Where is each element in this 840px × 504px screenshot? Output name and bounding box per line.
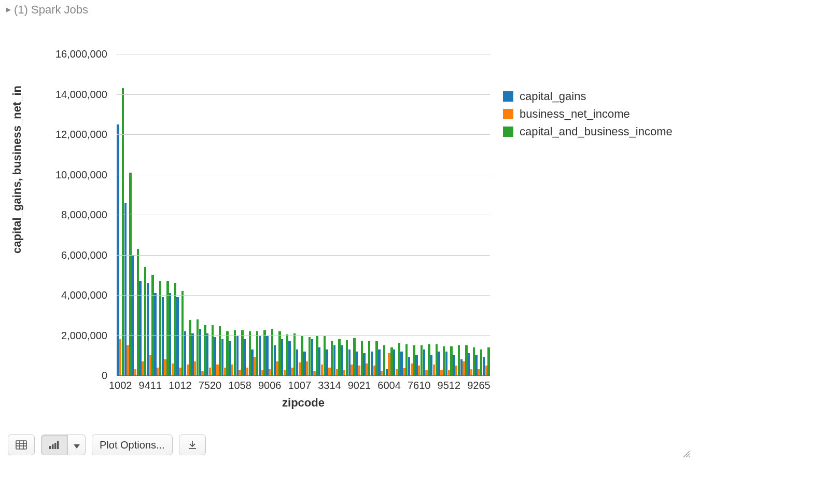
- bar[interactable]: [236, 335, 239, 376]
- chart-type-dropdown[interactable]: [68, 435, 86, 455]
- bar[interactable]: [286, 334, 288, 375]
- bar[interactable]: [460, 359, 463, 375]
- bar[interactable]: [386, 369, 388, 375]
- bar[interactable]: [346, 340, 348, 375]
- bar[interactable]: [375, 341, 377, 375]
- bar[interactable]: [212, 325, 214, 375]
- bar[interactable]: [261, 370, 263, 375]
- bar[interactable]: [328, 368, 330, 376]
- bar[interactable]: [288, 341, 290, 375]
- bar[interactable]: [383, 345, 385, 375]
- bar[interactable]: [333, 345, 335, 375]
- bar[interactable]: [157, 368, 159, 376]
- bar[interactable]: [189, 320, 191, 375]
- bar[interactable]: [311, 339, 313, 375]
- bar[interactable]: [390, 347, 393, 375]
- bar[interactable]: [473, 347, 475, 375]
- legend-item[interactable]: capital_gains: [503, 88, 673, 105]
- bar[interactable]: [269, 369, 271, 375]
- bar[interactable]: [209, 368, 211, 376]
- bar[interactable]: [197, 319, 199, 376]
- bar[interactable]: [301, 336, 303, 375]
- bar[interactable]: [371, 352, 373, 376]
- bar[interactable]: [455, 366, 457, 375]
- bar[interactable]: [351, 365, 353, 375]
- bar[interactable]: [224, 368, 226, 376]
- bar[interactable]: [284, 370, 286, 375]
- bar[interactable]: [373, 366, 375, 375]
- bar[interactable]: [363, 353, 365, 375]
- bar[interactable]: [438, 352, 440, 376]
- bar[interactable]: [458, 345, 460, 375]
- bar[interactable]: [318, 347, 320, 375]
- resize-handle-icon[interactable]: [681, 449, 690, 460]
- bar[interactable]: [134, 369, 136, 375]
- bar[interactable]: [423, 349, 425, 375]
- bar[interactable]: [147, 283, 149, 375]
- bar[interactable]: [291, 368, 293, 376]
- bar[interactable]: [353, 338, 355, 375]
- bar[interactable]: [231, 365, 233, 375]
- bar[interactable]: [398, 343, 400, 375]
- bar[interactable]: [201, 371, 203, 375]
- bar[interactable]: [144, 267, 146, 375]
- plot-options-button[interactable]: Plot Options...: [92, 435, 173, 455]
- bar[interactable]: [169, 293, 171, 375]
- bar[interactable]: [338, 339, 340, 375]
- bar[interactable]: [326, 349, 328, 375]
- bar[interactable]: [418, 366, 420, 375]
- bar[interactable]: [445, 352, 447, 376]
- bar[interactable]: [321, 365, 323, 375]
- bar[interactable]: [483, 357, 485, 375]
- bar[interactable]: [448, 370, 450, 375]
- bar[interactable]: [316, 335, 318, 376]
- bar[interactable]: [271, 329, 273, 375]
- bar[interactable]: [263, 330, 265, 375]
- bar[interactable]: [443, 346, 445, 375]
- bar[interactable]: [151, 275, 153, 375]
- bar[interactable]: [299, 362, 301, 375]
- bar[interactable]: [400, 352, 402, 376]
- bar[interactable]: [241, 330, 243, 375]
- bar[interactable]: [172, 363, 174, 375]
- bar[interactable]: [358, 366, 360, 375]
- bar[interactable]: [176, 297, 178, 375]
- bar[interactable]: [430, 355, 432, 375]
- bar[interactable]: [229, 341, 231, 375]
- download-button[interactable]: [179, 435, 206, 455]
- bar[interactable]: [137, 249, 139, 375]
- bar[interactable]: [470, 369, 472, 375]
- bar[interactable]: [331, 341, 333, 375]
- bar[interactable]: [226, 331, 228, 375]
- bar[interactable]: [475, 355, 477, 375]
- bar[interactable]: [303, 352, 305, 376]
- bar[interactable]: [124, 203, 127, 375]
- bar[interactable]: [246, 368, 248, 376]
- bar[interactable]: [276, 361, 278, 375]
- bar[interactable]: [204, 325, 206, 375]
- bar[interactable]: [487, 347, 489, 375]
- bar[interactable]: [216, 365, 218, 375]
- bar[interactable]: [129, 173, 131, 375]
- bar[interactable]: [381, 371, 383, 375]
- bar[interactable]: [154, 293, 156, 375]
- legend-item[interactable]: business_net_income: [503, 105, 673, 123]
- bar[interactable]: [266, 335, 268, 376]
- bar[interactable]: [450, 346, 452, 375]
- bar[interactable]: [239, 370, 241, 375]
- bar[interactable]: [440, 370, 442, 375]
- bar[interactable]: [206, 333, 208, 375]
- bar[interactable]: [480, 349, 482, 375]
- bar[interactable]: [278, 331, 281, 375]
- bar-chart-button[interactable]: [41, 435, 68, 455]
- bar[interactable]: [485, 366, 487, 375]
- bar[interactable]: [405, 344, 408, 375]
- bar[interactable]: [187, 365, 189, 375]
- bar[interactable]: [453, 355, 455, 375]
- bar[interactable]: [119, 339, 121, 375]
- bar[interactable]: [259, 335, 261, 376]
- bar[interactable]: [428, 344, 430, 375]
- bar[interactable]: [234, 330, 236, 375]
- bar[interactable]: [378, 349, 380, 375]
- bar[interactable]: [191, 333, 193, 375]
